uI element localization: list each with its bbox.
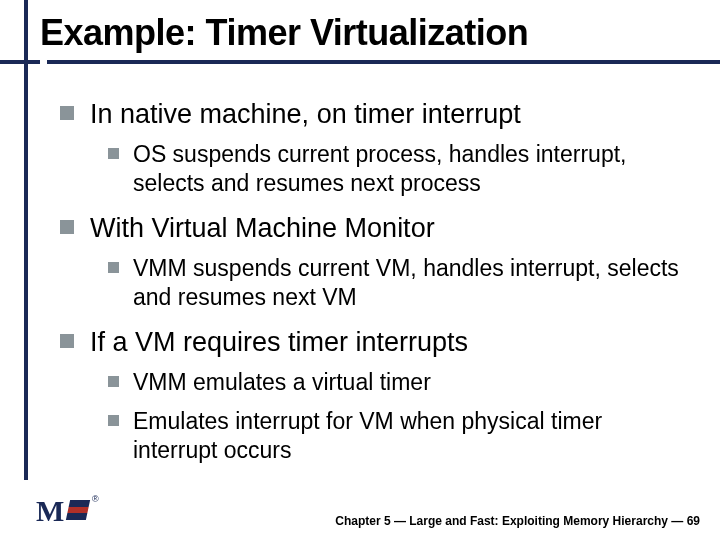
bullet-text: If a VM requires timer interrupts: [90, 326, 468, 358]
list-item: OS suspends current process, handles int…: [108, 140, 690, 198]
square-bullet-icon: [108, 415, 119, 426]
title-area: Example: Timer Virtualization: [0, 0, 720, 64]
slide-title: Example: Timer Virtualization: [40, 12, 720, 54]
bullet-text: OS suspends current process, handles int…: [133, 140, 690, 198]
square-bullet-icon: [60, 106, 74, 120]
slide-footer: Chapter 5 — Large and Fast: Exploiting M…: [335, 514, 700, 528]
list-item: VMM emulates a virtual timer: [108, 368, 690, 397]
square-bullet-icon: [108, 262, 119, 273]
logo-letter: M: [36, 494, 64, 527]
bullet-text: Emulates interrupt for VM when physical …: [133, 407, 690, 465]
square-bullet-icon: [60, 220, 74, 234]
list-item: In native machine, on timer interrupt: [60, 98, 690, 130]
square-bullet-icon: [108, 376, 119, 387]
registered-mark: ®: [92, 494, 99, 504]
left-accent-bar: [24, 0, 28, 480]
bullet-text: VMM suspends current VM, handles interru…: [133, 254, 690, 312]
bullet-text: In native machine, on timer interrupt: [90, 98, 521, 130]
list-item: If a VM requires timer interrupts: [60, 326, 690, 358]
publisher-logo: M ®: [36, 496, 100, 530]
square-bullet-icon: [108, 148, 119, 159]
slide-content: In native machine, on timer interrupt OS…: [0, 64, 720, 464]
list-item: VMM suspends current VM, handles interru…: [108, 254, 690, 312]
list-item: Emulates interrupt for VM when physical …: [108, 407, 690, 465]
list-item: With Virtual Machine Monitor: [60, 212, 690, 244]
square-bullet-icon: [60, 334, 74, 348]
bullet-text: VMM emulates a virtual timer: [133, 368, 431, 397]
logo-flag-icon: [66, 500, 90, 520]
bullet-text: With Virtual Machine Monitor: [90, 212, 435, 244]
